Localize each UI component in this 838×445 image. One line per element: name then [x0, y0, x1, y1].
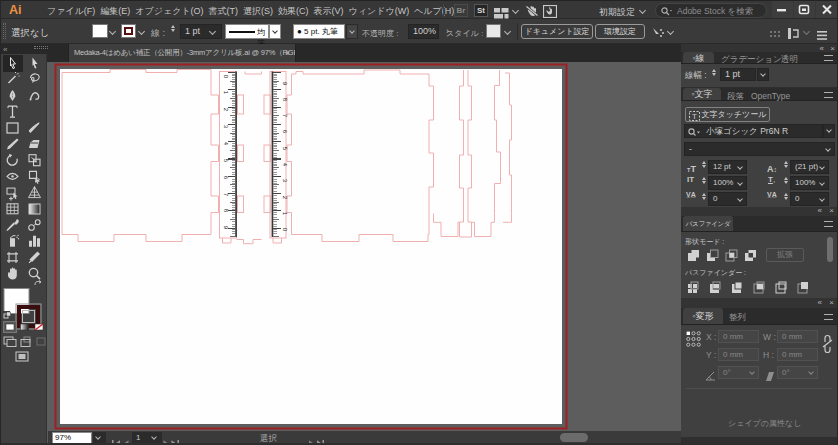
svg-text:T: T: [692, 112, 697, 121]
